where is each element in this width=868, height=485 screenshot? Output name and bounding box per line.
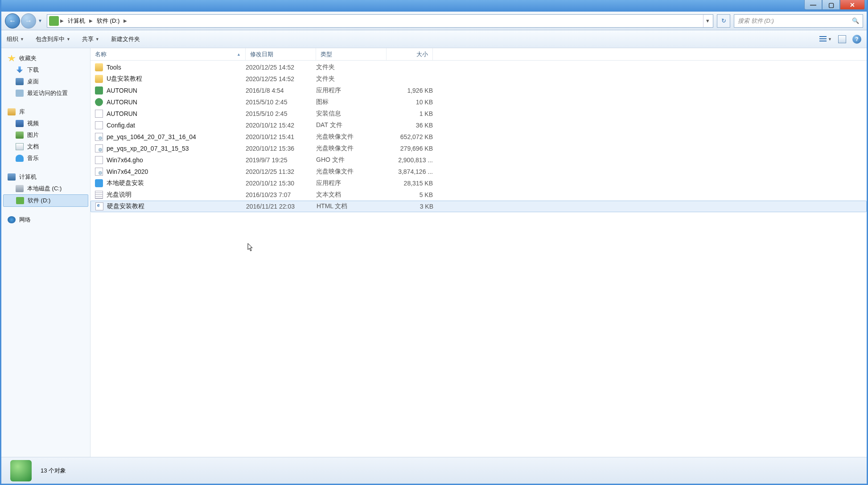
label: 类型 xyxy=(321,50,332,58)
file-name: Win7x64_2020 xyxy=(107,168,148,175)
column-header-date[interactable]: 修改日期 xyxy=(246,48,316,60)
history-dropdown[interactable]: ▼ xyxy=(37,18,43,23)
sidebar-item-downloads[interactable]: 下载 xyxy=(3,64,88,76)
file-date: 2016/1/8 4:54 xyxy=(246,87,316,94)
address-bar[interactable]: ▶ 计算机 ▶ 软件 (D:) ▶ ▾ xyxy=(47,14,713,28)
file-row[interactable]: Tools2020/12/25 14:52文件夹 xyxy=(91,62,867,73)
sidebar-item-drive-d[interactable]: 软件 (D:) xyxy=(3,194,88,207)
file-type: 光盘映像文件 xyxy=(316,168,387,176)
drive-icon xyxy=(49,16,59,26)
star-icon xyxy=(8,55,16,62)
file-name: AUTORUN xyxy=(107,87,137,94)
file-type-icon xyxy=(95,144,103,152)
sidebar-item-desktop[interactable]: 桌面 xyxy=(3,76,88,87)
file-row[interactable]: AUTORUN2016/1/8 4:54应用程序1,926 KB xyxy=(91,85,867,96)
file-row[interactable]: AUTORUN2015/5/10 2:45安装信息1 KB xyxy=(91,108,867,119)
forward-button[interactable]: → xyxy=(21,13,36,29)
sidebar-network-head[interactable]: 网络 xyxy=(3,214,88,226)
organize-menu[interactable]: 组织▼ xyxy=(7,35,24,43)
file-name: Win7x64.gho xyxy=(107,156,143,164)
column-header-name[interactable]: 名称▲ xyxy=(91,48,246,60)
label: 最近访问的位置 xyxy=(27,89,68,97)
minimize-button[interactable]: — xyxy=(804,0,822,10)
file-row[interactable]: Config.dat2020/10/12 15:42DAT 文件36 KB xyxy=(91,119,867,131)
label: 名称 xyxy=(95,50,107,58)
file-list: Tools2020/12/25 14:52文件夹U盘安装教程2020/12/25… xyxy=(91,61,867,213)
file-row[interactable]: pe_yqs_xp_20_07_31_15_532020/10/12 15:36… xyxy=(91,143,867,154)
file-type: 安装信息 xyxy=(316,110,387,118)
music-icon xyxy=(16,155,24,162)
sidebar-libraries-head[interactable]: 库 xyxy=(3,106,88,118)
file-type-icon xyxy=(95,86,103,95)
label: 文档 xyxy=(27,143,39,151)
help-button[interactable]: ? xyxy=(852,35,861,44)
sidebar-item-music[interactable]: 音乐 xyxy=(3,152,88,164)
file-row[interactable]: Win7x64.gho2019/9/7 19:25GHO 文件2,900,813… xyxy=(91,154,867,166)
file-type-icon xyxy=(95,202,103,210)
file-date: 2019/9/7 19:25 xyxy=(246,156,316,164)
share-menu[interactable]: 共享▼ xyxy=(82,35,99,43)
file-size: 28,315 KB xyxy=(387,180,433,187)
column-header-size[interactable]: 大小 xyxy=(387,48,433,60)
breadcrumb-sep-icon[interactable]: ▶ xyxy=(122,18,128,23)
sidebar-item-documents[interactable]: 文档 xyxy=(3,141,88,152)
sidebar-item-videos[interactable]: 视频 xyxy=(3,118,88,129)
file-type-icon xyxy=(95,121,103,129)
file-row[interactable]: AUTORUN2015/5/10 2:45图标10 KB xyxy=(91,96,867,108)
drive-icon xyxy=(16,197,24,204)
breadcrumb-sep-icon[interactable]: ▶ xyxy=(88,18,94,23)
download-icon xyxy=(16,66,24,74)
file-name: pe_yqs_xp_20_07_31_15_53 xyxy=(107,145,189,152)
file-name: U盘安装教程 xyxy=(107,75,142,83)
label: 图片 xyxy=(27,131,39,139)
file-pane: 名称▲ 修改日期 类型 大小 Tools2020/12/25 14:52文件夹U… xyxy=(91,48,867,457)
sidebar-item-pictures[interactable]: 图片 xyxy=(3,129,88,141)
column-header-row: 名称▲ 修改日期 类型 大小 xyxy=(91,48,867,61)
search-input[interactable]: 搜索 软件 (D:) 🔍 xyxy=(734,14,863,28)
file-row[interactable]: 硬盘安装教程2016/11/21 22:03HTML 文档3 KB xyxy=(91,201,867,212)
sidebar-item-drive-c[interactable]: 本地磁盘 (C:) xyxy=(3,183,88,194)
file-date: 2020/12/25 14:52 xyxy=(246,64,316,71)
column-header-type[interactable]: 类型 xyxy=(316,48,387,60)
breadcrumb-sep-icon[interactable]: ▶ xyxy=(59,18,65,23)
file-row[interactable]: U盘安装教程2020/12/25 14:52文件夹 xyxy=(91,73,867,85)
titlebar: — ▢ ✕ xyxy=(1,0,867,12)
search-icon: 🔍 xyxy=(852,17,859,24)
file-type: 应用程序 xyxy=(316,86,387,95)
file-type: 图标 xyxy=(316,98,387,106)
file-type: 光盘映像文件 xyxy=(316,144,387,152)
include-in-library-menu[interactable]: 包含到库中▼ xyxy=(36,35,70,43)
file-date: 2020/10/12 15:42 xyxy=(246,122,316,129)
breadcrumb-drive[interactable]: 软件 (D:) xyxy=(94,15,122,27)
address-dropdown[interactable]: ▾ xyxy=(703,15,712,27)
file-row[interactable]: Win7x64_20202020/12/25 11:32光盘映像文件3,874,… xyxy=(91,166,867,177)
file-date: 2015/5/10 2:45 xyxy=(246,99,316,106)
file-date: 2020/10/12 15:41 xyxy=(246,133,316,140)
file-size: 279,696 KB xyxy=(387,145,433,152)
preview-pane-button[interactable] xyxy=(838,35,846,43)
toolbar: 组织▼ 包含到库中▼ 共享▼ 新建文件夹 ▼ ? xyxy=(1,30,867,48)
sidebar-item-recent[interactable]: 最近访问的位置 xyxy=(3,87,88,99)
maximize-button[interactable]: ▢ xyxy=(822,0,840,10)
file-row[interactable]: 光盘说明2016/10/23 7:07文本文档5 KB xyxy=(91,189,867,201)
sort-asc-icon: ▲ xyxy=(237,52,241,57)
back-button[interactable]: ← xyxy=(5,13,20,29)
close-button[interactable]: ✕ xyxy=(840,0,865,10)
file-row[interactable]: 本地硬盘安装2020/10/12 15:30应用程序28,315 KB xyxy=(91,177,867,189)
share-label: 共享 xyxy=(82,35,94,43)
file-row[interactable]: pe_yqs_1064_20_07_31_16_042020/10/12 15:… xyxy=(91,131,867,143)
new-folder-button[interactable]: 新建文件夹 xyxy=(111,35,140,43)
file-name: AUTORUN xyxy=(107,110,137,117)
sidebar-computer-head[interactable]: 计算机 xyxy=(3,171,88,183)
file-type-icon xyxy=(95,98,103,106)
sidebar-favorites-head[interactable]: 收藏夹 xyxy=(3,53,88,64)
view-mode-button[interactable]: ▼ xyxy=(819,36,832,42)
recent-icon xyxy=(16,90,24,97)
label: 音乐 xyxy=(27,154,39,162)
file-size: 652,072 KB xyxy=(387,133,433,140)
search-placeholder: 搜索 软件 (D:) xyxy=(738,17,774,25)
breadcrumb-computer[interactable]: 计算机 xyxy=(65,15,88,27)
file-size: 1,926 KB xyxy=(387,87,433,94)
refresh-button[interactable]: ↻ xyxy=(717,14,730,28)
file-type: DAT 文件 xyxy=(316,121,387,129)
